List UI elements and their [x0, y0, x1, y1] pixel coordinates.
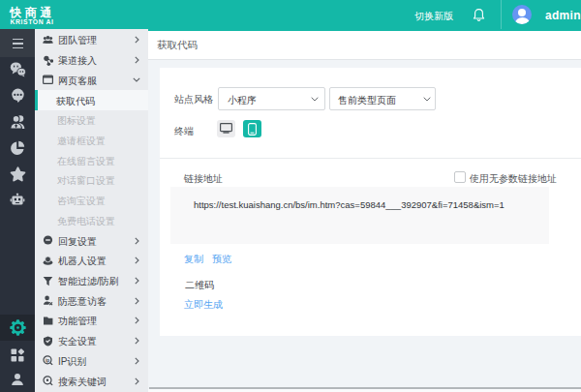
svg-text:ip: ip [46, 358, 49, 363]
